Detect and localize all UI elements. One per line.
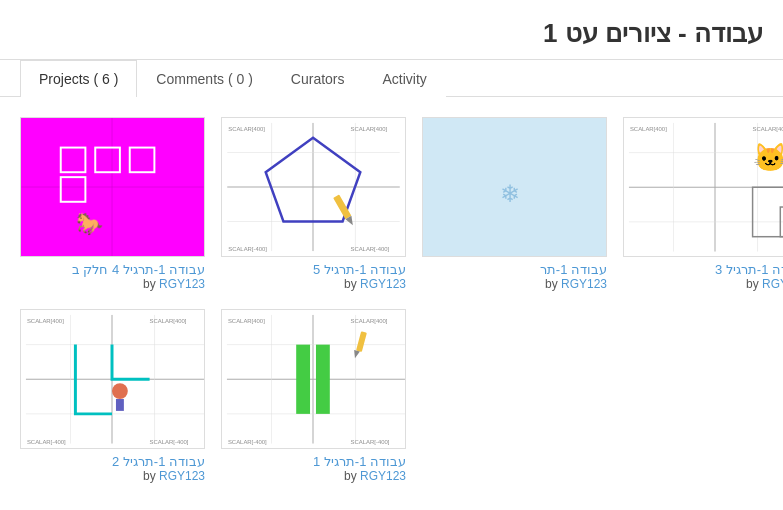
project-title[interactable]: עבודה 1-תרגיל 5 (221, 262, 406, 277)
svg-rect-3 (95, 148, 120, 173)
project-card[interactable]: SCALAR[400] SCALAR[400] SCALAR[-400] SCA… (221, 309, 406, 483)
svg-text:SCALAR[-400]: SCALAR[-400] (150, 439, 189, 445)
project-thumbnail: 🐎 (20, 117, 205, 257)
tab-comments[interactable]: Comments ( 0 ) (137, 60, 271, 97)
project-card[interactable]: 🐎 עבודה 1-תרגיל 4 חלק ב by RGY123 (20, 117, 205, 291)
project-info: עבודה 1-תר by RGY123 (422, 262, 607, 291)
project-title[interactable]: עבודה 1-תרגיל 4 חלק ב (20, 262, 205, 277)
author-link[interactable]: RGY123 (360, 277, 406, 291)
project-thumbnail: ❄ (422, 117, 607, 257)
projects-grid: 🐎 עבודה 1-תרגיל 4 חלק ב by RGY123 (20, 117, 763, 483)
project-author: by RGY123 (20, 277, 205, 291)
svg-text:❄: ❄ (500, 181, 520, 207)
project-info: עבודה 1-תרגיל 2 by RGY123 (20, 454, 205, 483)
svg-rect-47 (116, 399, 124, 411)
project-thumbnail: SCALAR[400] SCALAR[400] SCALAR[-400] SCA… (221, 117, 406, 257)
svg-text:SCALAR[400]: SCALAR[400] (351, 318, 388, 324)
project-title[interactable]: עבודה 1-תר (422, 262, 607, 277)
svg-rect-4 (130, 148, 155, 173)
svg-text:SCALAR[400]: SCALAR[400] (150, 318, 187, 324)
project-info: עבודה 1-תרגיל 3 by RGY123 (623, 262, 783, 291)
svg-rect-5 (61, 177, 86, 202)
project-title[interactable]: עבודה 1-תרגיל 2 (20, 454, 205, 469)
svg-text:SCALAR[400]: SCALAR[400] (630, 126, 667, 132)
project-author: by RGY123 (422, 277, 607, 291)
author-link[interactable]: RGY123 (159, 469, 205, 483)
tab-activity[interactable]: Activity (364, 60, 446, 97)
tab-bar: Projects ( 6 ) Comments ( 0 ) Curators A… (0, 60, 783, 97)
svg-text:SCALAR[400]: SCALAR[400] (228, 126, 265, 132)
project-thumbnail: 🐱 SCALAR[400] SCALAR[400] (623, 117, 783, 257)
svg-point-46 (112, 383, 128, 399)
svg-text:SCALAR[400]: SCALAR[400] (228, 318, 265, 324)
project-title[interactable]: עבודה 1-תרגיל 1 (221, 454, 406, 469)
svg-text:SCALAR[-400]: SCALAR[-400] (228, 439, 267, 445)
svg-rect-55 (296, 345, 310, 414)
tab-curators[interactable]: Curators (272, 60, 364, 97)
svg-text:SCALAR[-400]: SCALAR[-400] (350, 246, 389, 252)
svg-text:SCALAR[-400]: SCALAR[-400] (27, 439, 66, 445)
svg-text:SCALAR[-400]: SCALAR[-400] (351, 439, 390, 445)
project-card[interactable]: SCALAR[400] SCALAR[400] SCALAR[-400] SCA… (221, 117, 406, 291)
project-card[interactable]: ❄ עבודה 1-תר by RGY123 (422, 117, 607, 291)
project-author: by RGY123 (20, 469, 205, 483)
svg-text:🐎: 🐎 (76, 210, 104, 237)
project-card[interactable]: SCALAR[400] SCALAR[400] SCALAR[-400] SCA… (20, 309, 205, 483)
project-info: עבודה 1-תרגיל 5 by RGY123 (221, 262, 406, 291)
project-author: by RGY123 (221, 469, 406, 483)
svg-rect-56 (316, 345, 330, 414)
tab-projects[interactable]: Projects ( 6 ) (20, 60, 137, 97)
project-info: עבודה 1-תרגיל 4 חלק ב by RGY123 (20, 262, 205, 291)
svg-text:🐱: 🐱 (753, 141, 783, 174)
author-link[interactable]: RGY123 (762, 277, 783, 291)
author-link[interactable]: RGY123 (360, 469, 406, 483)
project-author: by RGY123 (623, 277, 783, 291)
project-thumbnail: SCALAR[400] SCALAR[400] SCALAR[-400] SCA… (221, 309, 406, 449)
project-card[interactable]: 🐱 SCALAR[400] SCALAR[400] עבודה 1-תרגיל … (623, 117, 783, 291)
page-title: עבודה - ציורים עט 1 (20, 18, 763, 49)
author-link[interactable]: RGY123 (159, 277, 205, 291)
author-link[interactable]: RGY123 (561, 277, 607, 291)
project-title[interactable]: עבודה 1-תרגיל 3 (623, 262, 783, 277)
svg-rect-2 (61, 148, 86, 173)
project-thumbnail: SCALAR[400] SCALAR[400] SCALAR[-400] SCA… (20, 309, 205, 449)
page-header: עבודה - ציורים עט 1 (0, 0, 783, 60)
project-info: עבודה 1-תרגיל 1 by RGY123 (221, 454, 406, 483)
svg-text:SCALAR[400]: SCALAR[400] (350, 126, 387, 132)
svg-text:SCALAR[-400]: SCALAR[-400] (228, 246, 267, 252)
svg-text:SCALAR[400]: SCALAR[400] (27, 318, 64, 324)
svg-text:SCALAR[400]: SCALAR[400] (753, 126, 783, 132)
project-author: by RGY123 (221, 277, 406, 291)
main-content: 🐎 עבודה 1-תרגיל 4 חלק ב by RGY123 (0, 97, 783, 503)
